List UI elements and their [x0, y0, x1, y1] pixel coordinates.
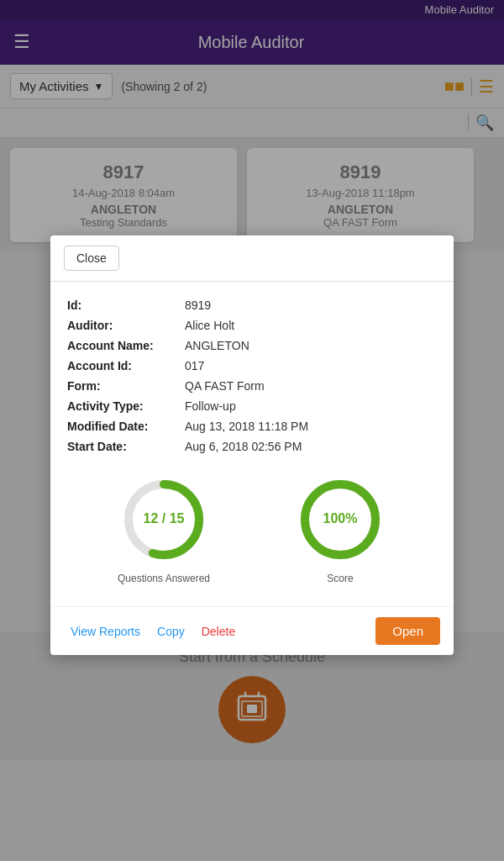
field-id-value: 8919: [185, 295, 437, 315]
info-table: Id: 8919 Auditor: Alice Holt Account Nam…: [67, 295, 437, 457]
field-modified-date-label: Modified Date:: [67, 416, 185, 436]
modal-body: Id: 8919 Auditor: Alice Holt Account Nam…: [50, 282, 454, 606]
view-reports-button[interactable]: View Reports: [64, 621, 147, 642]
score-chart: 100% Score: [294, 473, 386, 584]
field-account-id: Account Id: 017: [67, 356, 437, 376]
field-account-id-label: Account Id:: [67, 356, 185, 376]
field-id: Id: 8919: [67, 295, 437, 315]
questions-answered-value: 12 / 15: [144, 511, 185, 526]
modal: Close Id: 8919 Auditor: Alice Holt Accou…: [50, 235, 454, 655]
field-account-name-value: ANGLETON: [185, 335, 437, 356]
field-activity-type-label: Activity Type:: [67, 396, 185, 416]
modal-footer: View Reports Copy Delete Open: [50, 606, 454, 655]
field-activity-type-value: Follow-up: [185, 396, 437, 416]
field-account-name: Account Name: ANGLETON: [67, 335, 437, 356]
field-modified-date-value: Aug 13, 2018 11:18 PM: [185, 416, 437, 436]
score-label: Score: [327, 573, 353, 584]
field-start-date-value: Aug 6, 2018 02:56 PM: [185, 436, 437, 457]
close-button[interactable]: Close: [64, 246, 119, 271]
open-button[interactable]: Open: [375, 617, 440, 645]
questions-answered-label: Questions Answered: [118, 573, 210, 584]
copy-button[interactable]: Copy: [150, 621, 192, 642]
field-auditor: Auditor: Alice Holt: [67, 315, 437, 335]
field-start-date-label: Start Date:: [67, 436, 185, 457]
questions-answered-chart: 12 / 15 Questions Answered: [118, 473, 210, 584]
field-account-id-value: 017: [185, 356, 437, 376]
field-form: Form: QA FAST Form: [67, 376, 437, 396]
field-form-label: Form:: [67, 376, 185, 396]
field-auditor-label: Auditor:: [67, 315, 185, 335]
score-donut: 100%: [294, 473, 386, 566]
field-modified-date: Modified Date: Aug 13, 2018 11:18 PM: [67, 416, 437, 436]
field-start-date: Start Date: Aug 6, 2018 02:56 PM: [67, 436, 437, 457]
delete-button[interactable]: Delete: [195, 621, 242, 642]
charts-area: 12 / 15 Questions Answered 100% Score: [67, 457, 437, 593]
score-value: 100%: [323, 511, 358, 526]
field-auditor-value: Alice Holt: [185, 315, 437, 335]
field-id-label: Id:: [67, 295, 185, 315]
modal-header: Close: [50, 235, 454, 282]
field-form-value: QA FAST Form: [185, 376, 437, 396]
field-activity-type: Activity Type: Follow-up: [67, 396, 437, 416]
field-account-name-label: Account Name:: [67, 335, 185, 356]
questions-answered-donut: 12 / 15: [118, 473, 210, 566]
